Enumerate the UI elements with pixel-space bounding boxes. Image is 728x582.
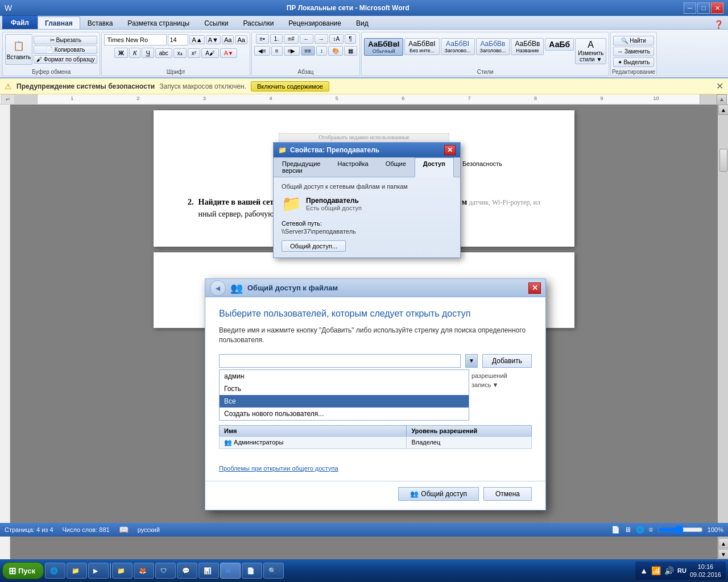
bullets-button[interactable]: ≡• [256, 34, 269, 44]
minimize-button[interactable]: ─ [684, 2, 696, 14]
tab-access[interactable]: Доступ [415, 157, 454, 177]
system-clock[interactable]: 10:16 09.02.2016 [690, 563, 721, 579]
style-normal-button[interactable]: АаБбВвI Обычный [364, 38, 403, 56]
user-search-input[interactable] [219, 354, 461, 368]
properties-dialog[interactable]: 📁 Свойства: Преподаватель ✕ Предыдущие в… [273, 142, 461, 258]
tab-references[interactable]: Ссылки [197, 16, 235, 29]
numbering-button[interactable]: 1. [270, 34, 283, 44]
taskbar-app-presentation[interactable]: 📊 [198, 563, 219, 579]
sharing-back-button[interactable]: ◄ [210, 280, 226, 296]
view-draft-button[interactable]: ≡ [649, 526, 653, 534]
show-formatting-button[interactable]: ¶ [345, 34, 355, 44]
permission-arrow[interactable]: ▼ [493, 381, 499, 388]
decrease-indent-button[interactable]: ← [300, 34, 313, 44]
file-sharing-dialog[interactable]: ◄ 👥 Общий доступ к файлам ✕ Выберите пол… [205, 278, 546, 510]
share-access-button[interactable]: Общий доступ... [282, 240, 346, 252]
network-tray-icon[interactable]: 📶 [651, 566, 661, 575]
taskbar-app-explorer[interactable]: 📁 [67, 563, 87, 579]
taskbar-app-ie[interactable]: 🌐 [45, 563, 65, 579]
spell-check-icon[interactable]: 📖 [119, 525, 129, 534]
start-button[interactable]: ⊞ Пуск [2, 562, 44, 579]
shading-button[interactable]: 🎨 [328, 46, 343, 56]
security-close-button[interactable]: ✕ [716, 81, 723, 92]
dropdown-item-guest[interactable]: Гость [220, 383, 469, 395]
tab-security[interactable]: Безопасность [454, 157, 511, 177]
scroll-track[interactable] [718, 115, 728, 527]
style-extra-button[interactable]: АаБб [545, 38, 574, 51]
cut-button[interactable]: ✂ Вырезать [34, 36, 97, 44]
user-dropdown-button[interactable]: ▼ [465, 354, 478, 368]
ruler-right-button[interactable]: ▲ [717, 94, 727, 105]
tray-icon-1[interactable]: ▲ [640, 566, 648, 575]
tab-view[interactable]: Вид [349, 16, 376, 29]
maximize-button[interactable]: □ [697, 2, 710, 14]
cancel-button[interactable]: Отмена [483, 487, 532, 501]
superscript-button[interactable]: x² [188, 48, 200, 58]
subscript-button[interactable]: x₂ [173, 48, 187, 58]
taskbar-app-media[interactable]: ▶ [88, 563, 109, 579]
taskbar-app-word[interactable]: W [220, 563, 241, 579]
share-button[interactable]: 👥 Общий доступ [398, 487, 479, 501]
taskbar-app-search[interactable]: 🔍 [263, 563, 284, 579]
style-heading2-button[interactable]: АаБбВв Заголово... [476, 38, 510, 55]
align-center-button[interactable]: ≡ [271, 46, 283, 56]
ruler-align-button[interactable]: ↵ [1, 94, 15, 105]
tab-page-layout[interactable]: Разметка страницы [120, 16, 197, 29]
justify-button[interactable]: ≡≡ [301, 46, 316, 56]
copy-button[interactable]: 📄 Копировать [34, 45, 97, 54]
dropdown-item-admin[interactable]: админ [220, 370, 469, 383]
tab-previous-versions[interactable]: Предыдущие версии [274, 157, 329, 177]
add-user-button[interactable]: Добавить [482, 354, 532, 368]
view-print-button[interactable]: 📄 [611, 526, 620, 534]
style-heading1-button[interactable]: АаБбВI Заголово... [441, 38, 475, 55]
properties-close-button[interactable]: ✕ [444, 145, 456, 155]
view-fullscreen-button[interactable]: 🖥 [624, 526, 631, 534]
view-web-button[interactable]: 🌐 [636, 526, 644, 534]
dropdown-item-create-user[interactable]: Создать нового пользователя... [220, 408, 469, 420]
volume-tray-icon[interactable]: 🔊 [664, 566, 674, 575]
bold-button[interactable]: Ж [114, 48, 128, 58]
increase-indent-button[interactable]: → [315, 34, 328, 44]
italic-button[interactable]: К [129, 48, 140, 58]
tab-file[interactable]: Файл [2, 15, 38, 29]
find-button[interactable]: 🔍 Найти [613, 36, 654, 45]
scroll-thumb[interactable] [719, 149, 727, 172]
paste-button[interactable]: 📋 Вставить [5, 34, 32, 65]
sharing-problems-link[interactable]: Проблемы при открытии общего доступа [219, 465, 532, 472]
taskbar-app-firefox[interactable]: 🦊 [134, 563, 154, 579]
increase-font-button[interactable]: A▲ [189, 35, 204, 44]
clear-format-button[interactable]: Aa [222, 35, 234, 44]
taskbar-app-shield[interactable]: 🛡 [155, 563, 176, 579]
format-painter-button[interactable]: 🖌 Формат по образцу [34, 55, 97, 64]
decrease-font-button[interactable]: A▼ [206, 35, 221, 44]
close-button[interactable]: ✕ [711, 2, 723, 14]
line-spacing-button[interactable]: ↕ [316, 46, 327, 56]
taskbar-app-acrobat[interactable]: 📄 [242, 563, 262, 579]
sharing-close-button[interactable]: ✕ [528, 282, 541, 294]
vertical-scrollbar[interactable]: ▲ ⬤ ▲ ▼ [718, 105, 728, 559]
change-styles-button[interactable]: A Изменить стили ▼ [575, 38, 606, 64]
help-icon[interactable]: ❓ [714, 20, 723, 29]
tab-review[interactable]: Рецензирование [281, 16, 349, 29]
style-no-interval-button[interactable]: АаБбВвI Без инте... [404, 38, 439, 55]
tab-insert[interactable]: Вставка [80, 16, 121, 29]
language-tray-icon[interactable]: RU [677, 567, 686, 574]
text-color-button[interactable]: А▼ [220, 48, 238, 58]
tab-mailings[interactable]: Рассылки [235, 16, 281, 29]
borders-button[interactable]: ▦ [344, 46, 357, 56]
tab-settings[interactable]: Настройка [329, 157, 377, 177]
strikethrough-button[interactable]: abc [155, 48, 172, 58]
tab-home[interactable]: Главная [38, 16, 80, 29]
underline-button[interactable]: Ч [142, 48, 154, 58]
text-highlight-button[interactable]: A🖌 [201, 48, 219, 58]
scroll-up-button[interactable]: ▲ [718, 105, 728, 115]
align-right-button[interactable]: ≡▶ [284, 46, 300, 56]
zoom-slider[interactable] [657, 525, 703, 534]
prev-page-button[interactable]: ▲ [718, 538, 728, 548]
multilevel-button[interactable]: ≡# [284, 34, 298, 44]
align-left-button[interactable]: ◀≡ [254, 46, 270, 56]
replace-button[interactable]: ↔ Заменить [613, 47, 654, 56]
taskbar-app-folder2[interactable]: 📁 [112, 563, 133, 579]
style-title-button[interactable]: АаБбВв Название [511, 38, 544, 55]
sort-button[interactable]: ↕A [329, 34, 344, 44]
